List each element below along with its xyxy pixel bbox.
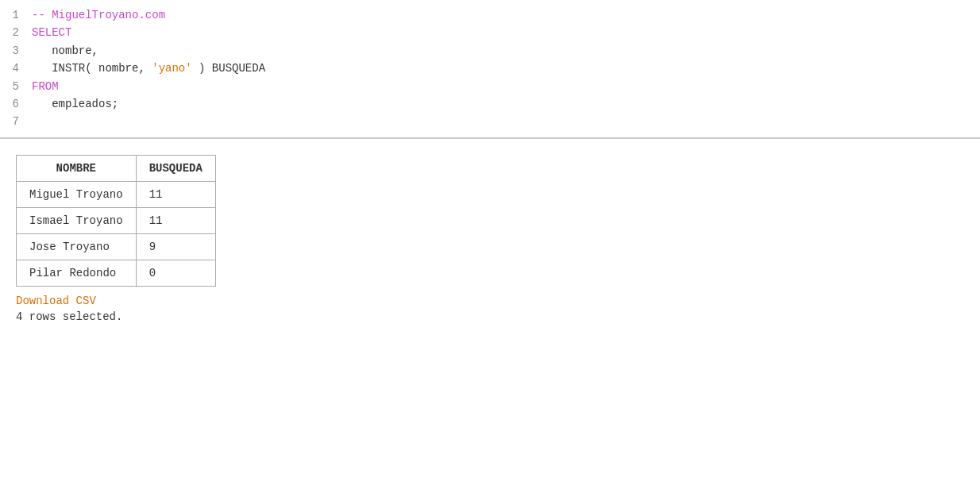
- rows-selected-text: 4 rows selected.: [16, 310, 122, 323]
- line-number: 5: [0, 78, 32, 95]
- line-number: 3: [0, 42, 32, 60]
- table-cell: Jose Troyano: [17, 233, 137, 260]
- table-column-header: NOMBRE: [17, 155, 137, 181]
- line-number: 6: [0, 95, 32, 113]
- table-cell: 11: [136, 181, 215, 207]
- code-content: empleados;: [32, 95, 118, 113]
- code-content: [32, 113, 38, 130]
- code-line: 5FROM: [0, 78, 980, 95]
- code-content: SELECT: [32, 24, 71, 41]
- table-row: Miguel Troyano11: [17, 181, 216, 207]
- code-line: 1-- MiguelTroyano.com: [0, 6, 980, 24]
- code-line: 6 empleados;: [0, 95, 980, 113]
- download-csv-link[interactable]: Download CSV: [16, 295, 96, 307]
- table-cell: Miguel Troyano: [17, 181, 137, 207]
- code-content: -- MiguelTroyano.com: [32, 6, 165, 24]
- table-cell: Pilar Redondo: [17, 260, 137, 286]
- code-segment: ) BUSQUEDA: [192, 62, 265, 75]
- table-column-header: BUSQUEDA: [136, 155, 215, 181]
- results-area: NOMBREBUSQUEDA Miguel Troyano11Ismael Tr…: [0, 139, 980, 339]
- table-body: Miguel Troyano11Ismael Troyano11Jose Tro…: [17, 181, 216, 286]
- table-cell: 0: [136, 260, 215, 286]
- code-line: 2SELECT: [0, 24, 980, 41]
- code-content: FROM: [32, 78, 59, 95]
- line-number: 4: [0, 60, 32, 77]
- code-line: 3 nombre,: [0, 42, 980, 60]
- code-line: 7: [0, 113, 980, 130]
- code-segment: INSTR( nombre,: [32, 62, 152, 75]
- table-cell: 9: [136, 233, 215, 260]
- code-segment: nombre,: [32, 44, 98, 57]
- code-segment: 'yano': [152, 62, 191, 75]
- code-line: 4 INSTR( nombre, 'yano' ) BUSQUEDA: [0, 60, 980, 77]
- line-number: 1: [0, 6, 32, 24]
- table-row: Jose Troyano9: [17, 233, 216, 260]
- line-number: 2: [0, 24, 32, 41]
- table-row: Pilar Redondo0: [17, 260, 216, 286]
- code-segment: empleados;: [32, 98, 118, 110]
- line-number: 7: [0, 113, 32, 130]
- result-table: NOMBREBUSQUEDA Miguel Troyano11Ismael Tr…: [16, 155, 216, 287]
- code-segment: -- MiguelTroyano.com: [32, 9, 165, 21]
- code-content: INSTR( nombre, 'yano' ) BUSQUEDA: [32, 60, 265, 77]
- table-cell: Ismael Troyano: [17, 207, 137, 233]
- code-segment: FROM: [32, 80, 59, 93]
- table-cell: 11: [136, 207, 215, 233]
- code-segment: SELECT: [32, 26, 71, 39]
- table-header-row: NOMBREBUSQUEDA: [17, 155, 216, 181]
- code-content: nombre,: [32, 42, 98, 60]
- code-editor: 1-- MiguelTroyano.com2SELECT3 nombre,4 I…: [0, 0, 980, 139]
- table-row: Ismael Troyano11: [17, 207, 216, 233]
